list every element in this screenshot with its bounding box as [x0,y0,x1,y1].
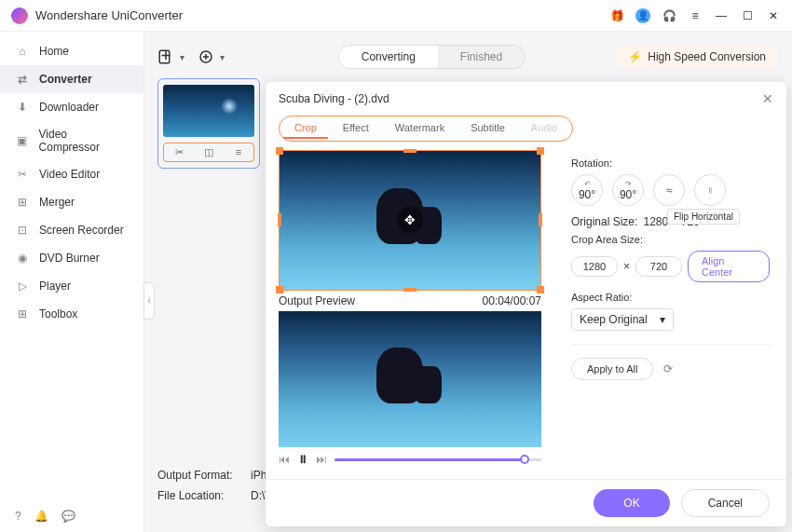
convert-icon: ⇄ [15,72,30,87]
output-format-label: Output Format: [157,469,241,482]
more-icon[interactable]: ≡ [224,143,253,161]
tab-effect[interactable]: Effect [332,118,380,139]
sidebar-item-compressor[interactable]: ▣Video Compressor [0,121,143,160]
ok-button[interactable]: OK [594,489,669,517]
minimize-icon[interactable]: — [714,8,729,23]
rotate-left-button[interactable]: ↶90° [571,174,603,206]
crop-handle-br[interactable] [537,286,544,293]
record-icon: ⊡ [15,223,30,238]
lightning-icon: ⚡ [628,50,642,63]
chevron-down-icon[interactable]: ▾ [220,52,225,62]
chevron-down-icon[interactable]: ▾ [180,52,184,62]
output-preview-label: Output Preview [279,294,355,307]
add-file-button[interactable] [157,48,174,65]
editor-title: Scuba Diving - (2).dvd [279,92,762,105]
titlebar: Wondershare UniConverter 🎁 👤 🎧 ≡ — ☐ ✕ [0,0,792,32]
crop-area-label: Crop Area Size: [571,234,770,245]
time-display: 00:04/00:07 [483,294,541,307]
pause-button[interactable]: ⏸ [297,453,308,466]
progress-knob[interactable] [520,455,529,464]
tab-converting[interactable]: Converting [339,46,438,68]
flip-vertical-button[interactable]: ⥮ Flip Horizontal [694,174,726,206]
toolbox-icon: ⊞ [15,307,30,321]
sidebar-item-merger[interactable]: ⊞Merger [0,188,143,216]
file-card[interactable]: ✂ ◫ ≡ [157,78,260,169]
crop-height-input[interactable] [635,256,682,277]
sidebar-item-converter[interactable]: ⇄Converter [0,65,143,93]
close-icon[interactable]: ✕ [766,8,781,23]
crop-handle-tr[interactable] [537,147,544,155]
prev-frame-button[interactable]: ⏮ [279,453,290,466]
dvd-icon: ◉ [15,251,30,266]
download-icon: ⬇ [15,100,30,115]
align-center-button[interactable]: Align Center [688,251,770,282]
rotation-label: Rotation: [571,157,770,169]
support-icon[interactable]: 🎧 [662,8,676,23]
flip-horizontal-button[interactable]: ⇋ [653,174,685,206]
user-icon[interactable]: 👤 [635,8,650,23]
sidebar-item-home[interactable]: ⌂Home [0,37,143,65]
compress-icon: ▣ [15,133,30,148]
crop-handle-top[interactable] [403,149,416,153]
chevron-down-icon: ▾ [660,313,665,326]
high-speed-conversion-button[interactable]: ⚡ High Speed Conversion [615,46,779,68]
app-logo [11,7,28,24]
crop-preview[interactable]: ✥ [279,150,541,291]
sidebar-item-downloader[interactable]: ⬇Downloader [0,93,143,121]
original-size-label: Original Size: [571,215,637,228]
crop-handle-tl[interactable] [276,147,283,155]
merge-icon: ⊞ [15,195,30,210]
menu-icon[interactable]: ≡ [688,8,703,23]
flip-tooltip: Flip Horizontal [667,209,740,225]
tab-audio: Audio [520,118,568,139]
crop-icon[interactable]: ◫ [194,143,224,161]
trim-icon[interactable]: ✂ [164,143,194,161]
move-icon[interactable]: ✥ [397,207,423,233]
crop-handle-right[interactable] [539,213,542,226]
progress-bar[interactable] [335,458,541,461]
tab-subtitle[interactable]: Subtitle [459,118,516,139]
close-icon[interactable]: ✕ [762,91,773,106]
sidebar: ⌂Home ⇄Converter ⬇Downloader ▣Video Comp… [0,32,144,532]
home-icon: ⌂ [15,44,30,59]
apply-to-all-button[interactable]: Apply to All [571,358,653,380]
aspect-ratio-label: Aspect Ratio: [571,292,770,303]
chat-icon[interactable]: 💬 [61,510,75,523]
crop-handle-bottom[interactable] [403,288,416,292]
cancel-button[interactable]: Cancel [681,489,770,517]
rotate-right-button[interactable]: ↷90° [612,174,644,206]
crop-width-input[interactable] [571,256,618,277]
play-icon: ▷ [15,279,30,293]
next-frame-button[interactable]: ⏭ [316,453,327,466]
gift-icon[interactable]: 🎁 [609,8,624,23]
aspect-ratio-select[interactable]: Keep Original▾ [571,308,674,331]
crop-handle-bl[interactable] [276,286,283,293]
output-preview [279,311,541,447]
sidebar-collapse-handle[interactable]: ‹ [143,282,155,320]
app-title: Wondershare UniConverter [35,8,609,22]
tab-finished[interactable]: Finished [438,46,525,68]
sidebar-item-editor[interactable]: ✂Video Editor [0,160,143,188]
reset-icon[interactable]: ⟳ [663,362,673,375]
svg-rect-0 [159,50,170,63]
tab-watermark[interactable]: Watermark [384,118,456,139]
status-tabs: Converting Finished [338,45,526,69]
tab-crop[interactable]: Crop [283,118,328,139]
maximize-icon[interactable]: ☐ [740,8,755,23]
sidebar-item-player[interactable]: ▷Player [0,272,143,300]
editor-icon: ✂ [15,167,30,182]
file-thumbnail [163,85,254,137]
sidebar-item-toolbox[interactable]: ⊞Toolbox [0,300,143,328]
crop-handle-left[interactable] [278,213,281,226]
sidebar-item-dvd[interactable]: ◉DVD Burner [0,244,143,272]
file-location-label: File Location: [157,489,241,502]
help-icon[interactable]: ? [15,510,21,523]
sidebar-item-recorder[interactable]: ⊡Screen Recorder [0,216,143,244]
bell-icon[interactable]: 🔔 [34,510,48,523]
editor-dialog: Scuba Diving - (2).dvd ✕ Crop Effect Wat… [266,82,786,526]
add-folder-button[interactable] [198,48,214,65]
